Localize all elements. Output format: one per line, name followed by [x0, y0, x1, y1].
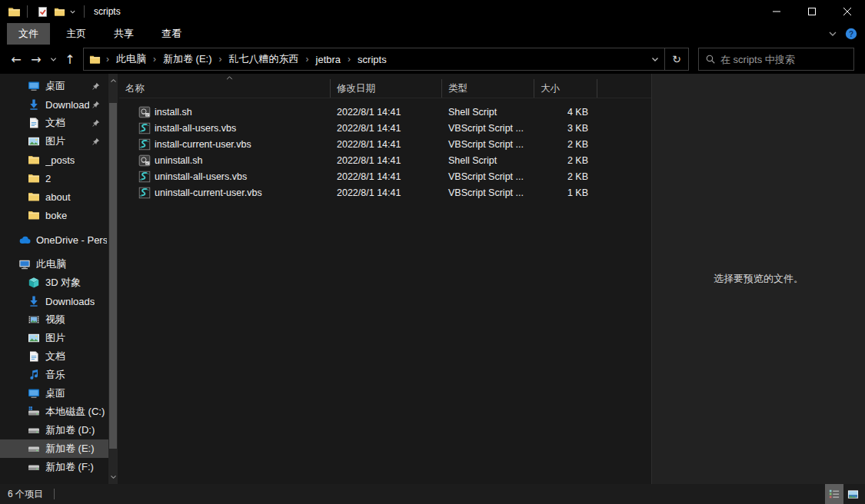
breadcrumb-item[interactable]: scripts — [351, 50, 393, 69]
pin-icon — [89, 117, 101, 129]
sidebar-item-桌面[interactable]: 桌面 — [0, 77, 108, 95]
sidebar-item-视频[interactable]: 视频 — [0, 310, 108, 329]
sidebar-item-文档[interactable]: 文档 — [0, 347, 108, 366]
details-view-button[interactable] — [825, 484, 843, 504]
tab-file[interactable]: 文件 — [7, 23, 50, 45]
scroll-down-icon[interactable] — [108, 472, 118, 482]
sidebar-item-新加卷-d-[interactable]: 新加卷 (D:) — [0, 421, 108, 439]
minimize-button[interactable] — [759, 0, 794, 23]
sidebar-item-label: 新加卷 (E:) — [45, 442, 95, 456]
details-view-icon — [829, 489, 840, 499]
breadcrumb-item[interactable]: 此电脑 — [110, 48, 152, 70]
column-header-2[interactable]: 修改日期 — [331, 79, 442, 98]
file-date-cell: 2022/8/1 14:41 — [331, 107, 442, 118]
scroll-up-icon[interactable] — [108, 75, 118, 86]
qat-customize-chevron-icon[interactable] — [69, 8, 76, 15]
file-row[interactable]: uninstall-all-users.vbs2022/8/1 14:41VBS… — [119, 168, 651, 184]
sidebar-item-图片[interactable]: 图片 — [0, 132, 108, 151]
file-row[interactable]: install.sh2022/8/1 14:41Shell Script4 KB — [119, 104, 651, 120]
pin-icon — [89, 98, 101, 111]
sidebar-item-label: 桌面 — [45, 79, 65, 93]
sidebar-item-label: 文档 — [45, 116, 65, 130]
sidebar-item-_posts[interactable]: _posts — [0, 151, 108, 169]
tab-home[interactable]: 主页 — [55, 23, 98, 45]
status-bar: 6 个项目 — [0, 484, 865, 504]
sidebar-item-音乐[interactable]: 音乐 — [0, 366, 108, 384]
sidebar-item-downloads[interactable]: Downloads — [0, 95, 108, 114]
file-row[interactable]: install-current-user.vbs2022/8/1 14:41VB… — [119, 136, 651, 152]
file-row[interactable]: uninstall.sh2022/8/1 14:41Shell Script2 … — [119, 152, 651, 168]
sidebar-item-label: 视频 — [45, 313, 65, 327]
tab-view[interactable]: 查看 — [150, 23, 193, 45]
scrollbar-thumb[interactable] — [109, 103, 117, 449]
sidebar-item-onedrive-perso[interactable]: OneDrive - Perso — [0, 230, 108, 249]
sidebar-item-文档[interactable]: 文档 — [0, 114, 108, 132]
shell-script-icon — [138, 106, 151, 118]
sidebar-scrollbar[interactable] — [108, 74, 118, 484]
vbscript-icon — [138, 138, 151, 151]
sidebar-item-图片[interactable]: 图片 — [0, 329, 108, 347]
titlebar-separator — [27, 5, 28, 18]
preview-message: 选择要预览的文件。 — [714, 272, 803, 286]
pictures-icon — [28, 135, 40, 148]
address-history-chevron-icon[interactable] — [646, 48, 664, 70]
sidebar-item-label: 图片 — [45, 134, 65, 148]
tab-share[interactable]: 共享 — [102, 23, 145, 45]
file-type-cell: Shell Script — [442, 155, 534, 166]
breadcrumb-item[interactable]: jetbra — [310, 50, 348, 69]
sidebar-item-桌面[interactable]: 桌面 — [0, 384, 108, 403]
column-header-3[interactable]: 类型 — [442, 79, 534, 98]
vbscript-icon — [138, 187, 151, 199]
explorer-app-icon — [7, 5, 21, 18]
sidebar-item-3d-对象[interactable]: 3D 对象 — [0, 274, 108, 292]
help-icon[interactable]: ? — [845, 28, 857, 40]
file-date-cell: 2022/8/1 14:41 — [331, 123, 442, 134]
navigation-pane: 桌面Downloads文档图片_posts2aboutbokeOneDrive … — [0, 74, 119, 484]
address-bar[interactable]: › 此电脑›新加卷 (E:)›乱七八糟的东西›jetbra›scripts ↻ — [83, 48, 689, 71]
search-box[interactable] — [698, 48, 854, 71]
svg-text:?: ? — [849, 30, 853, 38]
search-input[interactable] — [719, 53, 837, 66]
up-button[interactable]: ↑ — [60, 49, 80, 69]
column-header-1[interactable]: 名称 — [119, 79, 331, 98]
breadcrumb-item[interactable]: 乱七八糟的东西 — [223, 48, 305, 70]
file-list-pane: 名称修改日期类型大小 install.sh2022/8/1 14:41Shell… — [119, 74, 651, 484]
disk-icon — [28, 443, 40, 455]
qat-properties-button[interactable] — [34, 3, 51, 20]
pin-icon — [89, 80, 101, 92]
folder-icon — [28, 172, 40, 184]
sidebar-item-此电脑[interactable]: 此电脑 — [0, 255, 108, 274]
refresh-button[interactable]: ↻ — [665, 48, 688, 70]
close-button[interactable] — [830, 0, 865, 23]
window-title: scripts — [94, 6, 121, 17]
recent-locations-chevron-icon[interactable] — [46, 49, 60, 69]
file-date-cell: 2022/8/1 14:41 — [331, 139, 442, 150]
sidebar-item-新加卷-e-[interactable]: 新加卷 (E:) — [0, 439, 108, 458]
document-icon — [28, 117, 40, 129]
document-icon — [28, 350, 40, 363]
file-row[interactable]: install-all-users.vbs2022/8/1 14:41VBScr… — [119, 120, 651, 136]
pin-icon — [89, 135, 101, 148]
maximize-button[interactable] — [794, 0, 830, 23]
sidebar-item-新加卷-f-[interactable]: 新加卷 (F:) — [0, 458, 108, 476]
file-name-cell: uninstall.sh — [119, 154, 331, 167]
thumbnail-view-button[interactable] — [843, 484, 862, 504]
sidebar-item-2[interactable]: 2 — [0, 169, 108, 187]
file-row[interactable]: uninstall-current-user.vbs2022/8/1 14:41… — [119, 184, 651, 201]
sidebar-item-about[interactable]: about — [0, 187, 108, 206]
breadcrumb-item[interactable]: 新加卷 (E:) — [157, 48, 218, 70]
navigation-toolbar: ← → ↑ › 此电脑›新加卷 (E:)›乱七八糟的东西›jetbra›scri… — [0, 45, 865, 74]
file-date-cell: 2022/8/1 14:41 — [331, 171, 442, 182]
folder-icon — [28, 191, 40, 203]
forward-button[interactable]: → — [26, 49, 46, 69]
ribbon-collapse-chevron-icon[interactable] — [828, 31, 837, 37]
qat-new-folder-button[interactable] — [51, 3, 68, 20]
sidebar-item-boke[interactable]: boke — [0, 206, 108, 224]
back-button[interactable]: ← — [6, 49, 26, 69]
column-header-4[interactable]: 大小 — [534, 79, 597, 98]
file-type-cell: VBScript Script ... — [442, 139, 534, 150]
status-divider — [54, 489, 55, 499]
disk-icon — [28, 461, 40, 473]
sidebar-item-本地磁盘-c-[interactable]: 本地磁盘 (C:) — [0, 403, 108, 421]
sidebar-item-downloads[interactable]: Downloads — [0, 292, 108, 310]
